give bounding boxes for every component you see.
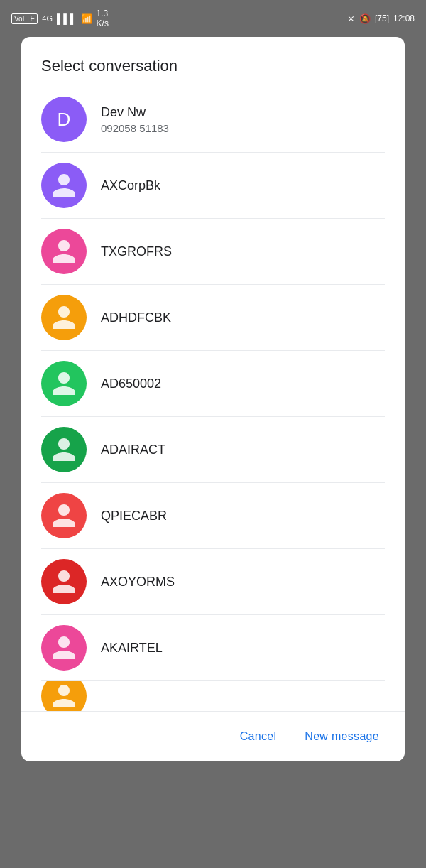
avatar	[41, 295, 87, 340]
mute-icon: 🔕	[359, 13, 371, 24]
list-item[interactable]: AKAIRTEL	[21, 615, 405, 680]
avatar	[41, 625, 87, 671]
carrier-label: VoLTE	[11, 13, 38, 24]
contact-info: AXCorpBk	[101, 178, 160, 193]
contact-phone: 092058 51183	[101, 122, 169, 134]
avatar-letter: D	[58, 109, 71, 131]
list-item[interactable]: D Dev Nw 092058 51183	[21, 87, 405, 152]
contact-info: QPIECABR	[101, 509, 167, 523]
contact-name: AD650002	[101, 376, 161, 391]
contact-name: AXOYORMS	[101, 575, 175, 590]
person-icon	[50, 237, 78, 266]
status-bar: VoLTE 4G ▌▌▌ 📶 1.3K/s ⨯ 🔕 [75] 12:08	[0, 0, 426, 37]
avatar	[41, 427, 87, 472]
battery-indicator: [75]	[375, 13, 389, 23]
contact-info: AKAIRTEL	[101, 641, 163, 656]
list-item[interactable]: AD650002	[21, 351, 405, 416]
network-label: 4G	[42, 14, 53, 23]
person-icon	[50, 568, 78, 596]
contact-info: Dev Nw 092058 51183	[101, 105, 169, 134]
contact-name: TXGROFRS	[101, 244, 172, 259]
contact-name: QPIECABR	[101, 509, 167, 523]
list-item[interactable]: AXCorpBk	[21, 153, 405, 218]
list-item[interactable]: ADAIRACT	[21, 417, 405, 482]
contact-name: AKAIRTEL	[101, 641, 163, 656]
speed-label: 1.3K/s	[97, 9, 109, 28]
cancel-button[interactable]: Cancel	[229, 723, 288, 750]
avatar	[41, 229, 87, 274]
signal-icon: ▌▌▌	[57, 13, 77, 24]
avatar	[41, 493, 87, 538]
contact-list: D Dev Nw 092058 51183 AXCorpBk	[21, 87, 405, 711]
time-label: 12:08	[393, 13, 415, 23]
new-message-button[interactable]: New message	[293, 723, 390, 750]
contact-name: AXCorpBk	[101, 178, 160, 193]
person-icon	[50, 369, 78, 398]
contact-info: AXOYORMS	[101, 575, 175, 590]
dialog-title: Select conversation	[21, 37, 405, 87]
list-item[interactable]: ADHDFCBK	[21, 285, 405, 350]
list-item[interactable]: QPIECABR	[21, 483, 405, 548]
select-conversation-dialog: Select conversation D Dev Nw 092058 5118…	[21, 37, 405, 761]
avatar	[41, 163, 87, 208]
avatar: D	[41, 97, 87, 142]
contact-info: AD650002	[101, 376, 161, 391]
dialog-footer: Cancel New message	[21, 711, 405, 761]
contact-info: TXGROFRS	[101, 244, 172, 259]
contact-info: ADAIRACT	[101, 443, 165, 457]
person-icon	[50, 634, 78, 662]
person-icon	[50, 303, 78, 332]
avatar	[41, 681, 87, 711]
bluetooth-icon: ⨯	[347, 13, 355, 24]
wifi-icon: 📶	[81, 13, 92, 24]
person-icon	[50, 682, 78, 710]
contact-info: ADHDFCBK	[101, 310, 171, 325]
avatar	[41, 559, 87, 604]
status-bar-right: ⨯ 🔕 [75] 12:08	[347, 13, 415, 24]
contact-name: ADAIRACT	[101, 443, 165, 457]
avatar	[41, 361, 87, 406]
list-item[interactable]: AXOYORMS	[21, 549, 405, 614]
list-item-partial[interactable]	[21, 681, 405, 711]
person-icon	[50, 435, 78, 464]
contact-name: ADHDFCBK	[101, 310, 171, 325]
person-icon	[50, 171, 78, 200]
list-item[interactable]: TXGROFRS	[21, 219, 405, 284]
status-bar-left: VoLTE 4G ▌▌▌ 📶 1.3K/s	[11, 9, 109, 28]
person-icon	[50, 501, 78, 530]
contact-name: Dev Nw	[101, 105, 169, 120]
